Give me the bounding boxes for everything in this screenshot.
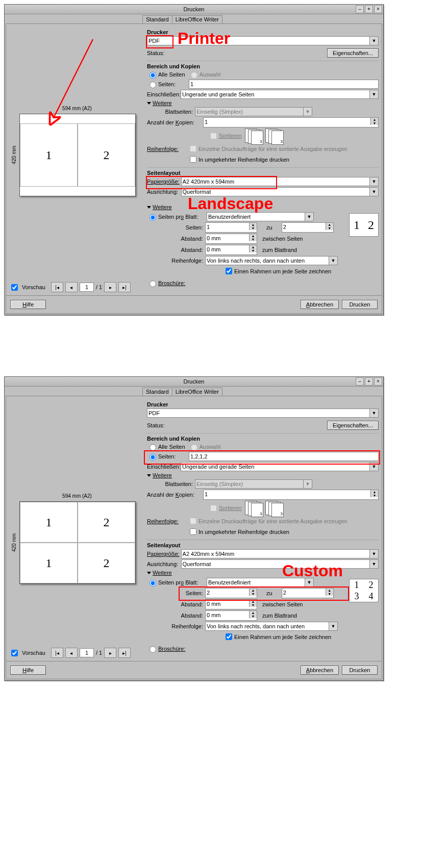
- nup-cols-spinner[interactable]: ▲▼: [205, 588, 257, 598]
- help-button[interactable]: Hilfe: [10, 666, 46, 675]
- gap-between-text: zwischen Seiten: [257, 236, 303, 242]
- maximize-icon[interactable]: +: [365, 377, 373, 386]
- page-number-input[interactable]: [80, 648, 94, 657]
- print-button[interactable]: Drucken: [342, 300, 378, 309]
- selection-label: Auswahl: [200, 71, 221, 78]
- layout-more-toggle[interactable]: Weitere: [153, 570, 172, 576]
- preview-width-label: 594 mm (A2): [19, 106, 135, 111]
- nav-next-icon[interactable]: ▸: [104, 648, 116, 658]
- ppsheet-label: Seiten pro Blatt:: [158, 214, 207, 220]
- pages-input[interactable]: [189, 452, 379, 461]
- nav-prev-icon[interactable]: ◂: [65, 648, 78, 658]
- nup-rows-spinner[interactable]: ▲▼: [282, 222, 334, 233]
- properties-button[interactable]: Eigenschaften...: [327, 421, 379, 430]
- collate-icon: 123: [265, 501, 283, 515]
- chevron-down-icon[interactable]: ▼: [369, 36, 379, 45]
- section-printer: Drucker: [147, 29, 379, 35]
- preview-width-label: 594 mm (A2): [19, 493, 135, 499]
- order-label: Reihenfolge:: [147, 146, 188, 152]
- paper-size-select[interactable]: ▼: [181, 549, 379, 558]
- radio-pages[interactable]: [150, 454, 156, 461]
- page-order-select[interactable]: ▼: [205, 256, 338, 265]
- separate-jobs-label: Einzelne Druckaufträge für eine sortiert…: [198, 146, 347, 152]
- titlebar[interactable]: Drucken – + ×: [5, 377, 383, 387]
- titlebar[interactable]: Drucken – + ×: [5, 5, 383, 14]
- radio-pages-per-sheet[interactable]: [150, 580, 156, 586]
- nav-last-icon[interactable]: ▸|: [118, 282, 131, 292]
- nup-rows-spinner[interactable]: ▲▼: [282, 588, 334, 598]
- radio-selection: [191, 72, 197, 79]
- close-icon[interactable]: ×: [374, 377, 382, 386]
- help-button[interactable]: Hilfe: [10, 300, 46, 309]
- pages-per-sheet-select[interactable]: ▼: [207, 578, 314, 587]
- include-select[interactable]: ▼: [181, 462, 379, 471]
- chevron-down-icon[interactable]: ▼: [369, 409, 379, 418]
- close-icon[interactable]: ×: [374, 5, 382, 13]
- nav-prev-icon[interactable]: ◂: [65, 282, 78, 292]
- cancel-button[interactable]: Abbrechen: [301, 666, 339, 675]
- nav-last-icon[interactable]: ▸|: [118, 648, 131, 658]
- frame-checkbox[interactable]: [226, 633, 232, 640]
- radio-pages[interactable]: [150, 82, 156, 88]
- gap-between-spinner[interactable]: ▲▼: [205, 234, 257, 244]
- nav-next-icon[interactable]: ▸: [104, 282, 116, 292]
- printer-select[interactable]: ▼: [147, 409, 379, 418]
- sort-checkbox: [210, 505, 217, 512]
- preview-cell: 2: [78, 123, 135, 187]
- radio-all-pages[interactable]: [150, 72, 156, 79]
- gap-margin-spinner[interactable]: ▲▼: [205, 610, 257, 621]
- radio-all-pages[interactable]: [150, 444, 156, 451]
- orientation-select[interactable]: ▼: [181, 559, 379, 569]
- preview-cell: 1: [20, 123, 78, 187]
- tab-writer[interactable]: LibreOffice Writer: [172, 388, 222, 396]
- paper-size-select[interactable]: ▼: [181, 177, 379, 186]
- section-layout: Seitenlayout: [147, 540, 379, 548]
- gap-between-spinner[interactable]: ▲▼: [205, 599, 257, 609]
- minimize-icon[interactable]: –: [356, 377, 364, 386]
- range-more-toggle[interactable]: Weitere: [153, 472, 172, 478]
- layout-more-toggle[interactable]: Weitere: [153, 204, 172, 210]
- cancel-button[interactable]: Abbrechen: [301, 300, 339, 309]
- nav-first-icon[interactable]: |◂: [51, 648, 63, 658]
- copies-spinner[interactable]: ▲▼: [203, 117, 379, 127]
- chevron-down-icon[interactable]: ▼: [369, 90, 379, 99]
- frame-checkbox[interactable]: [226, 268, 232, 274]
- orientation-select[interactable]: ▼: [181, 187, 379, 196]
- nup-pages-label: Seiten:: [147, 590, 205, 596]
- properties-button[interactable]: Eigenschaften...: [327, 48, 379, 58]
- page-order-select[interactable]: ▼: [205, 622, 338, 631]
- tab-standard[interactable]: Standard: [142, 388, 172, 396]
- nup-cols-spinner[interactable]: ▲▼: [205, 222, 257, 233]
- maximize-icon[interactable]: +: [365, 5, 373, 13]
- page-number-input[interactable]: [80, 283, 94, 292]
- print-button[interactable]: Drucken: [342, 666, 378, 675]
- preview-checkbox[interactable]: [11, 284, 18, 291]
- sheets-label: Blattseiten:: [147, 109, 195, 115]
- pages-per-sheet-select[interactable]: ▼: [207, 212, 314, 221]
- page-total: / 1: [96, 650, 102, 656]
- orientation-label: Ausrichtung:: [147, 561, 181, 567]
- range-more-toggle[interactable]: Weitere: [153, 100, 172, 106]
- radio-brochure[interactable]: [150, 646, 156, 653]
- preview-pane: 594 mm (A2) 420 mm 1 2 Vorschau |◂: [6, 24, 146, 295]
- gap-margin-text: zum Blattrand: [257, 612, 297, 619]
- tab-standard[interactable]: Standard: [142, 15, 172, 23]
- radio-brochure[interactable]: [150, 280, 156, 287]
- sheets-select: ▼: [195, 479, 312, 489]
- tab-writer[interactable]: LibreOffice Writer: [172, 15, 222, 23]
- radio-pages-per-sheet[interactable]: [150, 214, 156, 221]
- copies-spinner[interactable]: ▲▼: [203, 490, 379, 500]
- nup-to-label: zu: [257, 224, 282, 231]
- reverse-order-checkbox[interactable]: [190, 156, 196, 163]
- printer-select[interactable]: ▼: [147, 36, 379, 45]
- gap-margin-spinner[interactable]: ▲▼: [205, 245, 257, 255]
- all-pages-label: Alle Seiten: [158, 444, 185, 450]
- pages-input[interactable]: [189, 80, 379, 89]
- reverse-order-checkbox[interactable]: [190, 528, 196, 535]
- preview-checkbox[interactable]: [11, 650, 18, 656]
- include-select[interactable]: ▼: [181, 90, 379, 99]
- selection-label: Auswahl: [200, 444, 221, 450]
- nav-first-icon[interactable]: |◂: [51, 282, 63, 292]
- preview-cell: 2: [78, 502, 135, 543]
- minimize-icon[interactable]: –: [356, 5, 364, 13]
